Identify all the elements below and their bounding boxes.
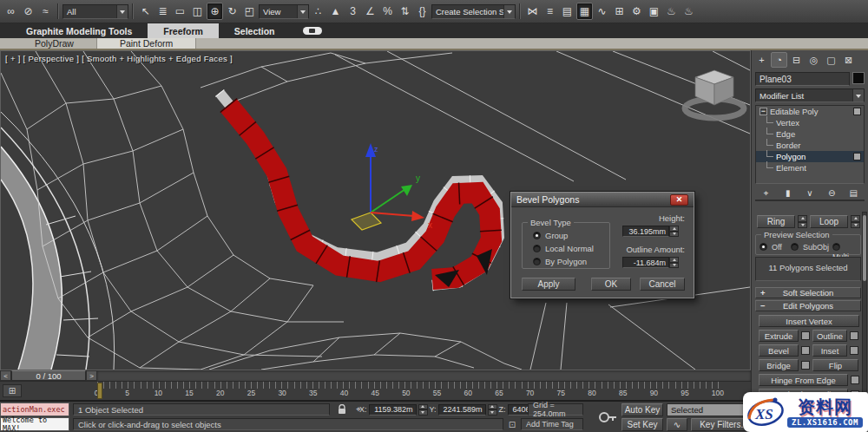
- next-frame-button[interactable]: >: [86, 370, 97, 381]
- inset-settings-icon[interactable]: [850, 346, 858, 355]
- selection-filter-dropdown[interactable]: All: [62, 4, 128, 19]
- snaps-toggle-icon[interactable]: 3: [345, 3, 361, 20]
- set-key-button[interactable]: Set Key: [621, 418, 663, 431]
- time-slider-handle[interactable]: 0 / 100: [11, 370, 86, 381]
- configure-modifier-sets-icon[interactable]: ▤: [846, 187, 861, 200]
- transform-gizmo[interactable]: y x z: [352, 143, 432, 230]
- ribbon-minimize-button[interactable]: [303, 27, 322, 35]
- select-and-link-icon[interactable]: ∞: [3, 3, 19, 20]
- angle-snap-toggle-icon[interactable]: ∠: [362, 3, 378, 20]
- radio-off-option[interactable]: Off: [760, 242, 782, 252]
- radio-group-option[interactable]: Group: [533, 231, 568, 240]
- dialog-title-bar[interactable]: Bevel Polygons ✕: [511, 193, 694, 207]
- tab-freeform[interactable]: Freeform: [148, 23, 219, 38]
- schematic-view-icon[interactable]: ⊞: [611, 3, 628, 20]
- cancel-button[interactable]: Cancel: [640, 278, 685, 291]
- render-setup-icon[interactable]: ⚙: [628, 3, 645, 20]
- set-keys-key-icon[interactable]: [597, 405, 618, 429]
- edit-polygons-rollout[interactable]: −Edit Polygons: [755, 300, 861, 311]
- rendered-frame-window-icon[interactable]: ▣: [646, 3, 662, 20]
- flip-button[interactable]: Flip: [812, 359, 858, 371]
- create-tab-icon[interactable]: +: [753, 52, 770, 68]
- bevel-polygons-dialog[interactable]: Bevel Polygons ✕ Bevel Type Group Local …: [510, 192, 694, 298]
- current-frame-marker[interactable]: [97, 383, 102, 399]
- modify-tab-icon[interactable]: ◔: [771, 52, 787, 68]
- y-coord-field[interactable]: 2241.589m: [438, 404, 486, 416]
- select-object-icon[interactable]: ↖: [137, 3, 154, 20]
- x-coord-field[interactable]: 1159.382m: [369, 404, 417, 416]
- ok-button[interactable]: OK: [591, 278, 631, 291]
- select-and-scale-icon[interactable]: ◰: [241, 3, 258, 20]
- chevron-down-icon[interactable]: [116, 5, 128, 18]
- bind-to-space-warp-icon[interactable]: ≈: [37, 3, 54, 20]
- percent-snap-toggle-icon[interactable]: %: [379, 3, 396, 20]
- visibility-bulb-icon[interactable]: [853, 153, 861, 160]
- tab-selection[interactable]: Selection: [219, 23, 291, 38]
- viewcube[interactable]: [685, 70, 744, 118]
- add-time-tag[interactable]: Add Time Tag: [521, 418, 583, 430]
- pin-stack-icon[interactable]: ⌖: [759, 187, 773, 200]
- spinner-snap-toggle-icon[interactable]: ⇅: [397, 3, 413, 20]
- make-unique-icon[interactable]: ∨: [802, 187, 817, 200]
- motion-tab-icon[interactable]: ◎: [806, 52, 822, 68]
- bridge-settings-icon[interactable]: [801, 361, 810, 370]
- tab-paint-deform[interactable]: Paint Deform: [97, 38, 196, 49]
- modifier-list-dropdown[interactable]: Modifier List: [755, 88, 865, 102]
- radio-subobj-option[interactable]: SubObj: [791, 242, 829, 252]
- object-color-swatch[interactable]: [852, 72, 865, 84]
- ring-button[interactable]: Ring: [757, 215, 795, 228]
- perspective-viewport[interactable]: [ + ] [ Perspective ] [ Smooth + Highlig…: [0, 50, 751, 370]
- edit-named-selection-sets-icon[interactable]: {}: [414, 3, 431, 20]
- window-crossing-icon[interactable]: ◫: [189, 3, 206, 20]
- extrude-button[interactable]: Extrude: [759, 330, 799, 342]
- chevron-down-icon[interactable]: [852, 89, 864, 101]
- remove-modifier-icon[interactable]: ⊖: [825, 187, 839, 200]
- viewport-label[interactable]: [ + ] [ Perspective ] [ Smooth + Highlig…: [5, 54, 233, 63]
- tab-graphite-modeling-tools[interactable]: Graphite Modeling Tools: [10, 23, 148, 38]
- inset-button[interactable]: Inset: [812, 344, 847, 357]
- use-pivot-point-center-icon[interactable]: ∴: [310, 3, 326, 20]
- auto-key-button[interactable]: Auto Key: [621, 403, 663, 416]
- unlink-selection-icon[interactable]: ⊘: [20, 3, 36, 20]
- apply-button[interactable]: Apply: [522, 278, 575, 291]
- hierarchy-tab-icon[interactable]: ⊟: [788, 52, 805, 68]
- loop-button[interactable]: Loop: [810, 215, 848, 228]
- display-tab-icon[interactable]: ▢: [823, 52, 839, 68]
- outline-button[interactable]: Outline: [812, 330, 847, 342]
- manage-layers-icon[interactable]: ▤: [559, 3, 575, 20]
- tab-polydraw[interactable]: PolyDraw: [12, 38, 97, 49]
- render-production-icon[interactable]: ♨: [663, 3, 680, 20]
- hinge-settings-icon[interactable]: [851, 376, 859, 384]
- extrude-settings-icon[interactable]: [801, 331, 810, 340]
- modifier-stack-item[interactable]: Element: [756, 162, 864, 173]
- default-in-out-tangent-icon[interactable]: ∿: [667, 418, 687, 431]
- ring-spinner[interactable]: [798, 215, 807, 228]
- select-and-manipulate-icon[interactable]: ▲: [327, 3, 344, 20]
- utilities-tab-icon[interactable]: ⊠: [840, 52, 857, 68]
- chevron-down-icon[interactable]: [503, 5, 515, 18]
- x-spinner[interactable]: [418, 404, 428, 416]
- soft-selection-rollout[interactable]: +Soft Selection: [755, 287, 861, 298]
- panel-scrollbar-thumb[interactable]: [863, 215, 866, 281]
- select-and-rotate-icon[interactable]: ↻: [224, 3, 240, 20]
- render-iterative-icon[interactable]: ♨: [681, 3, 697, 20]
- insert-vertex-button[interactable]: Insert Vertex: [759, 315, 859, 327]
- track-bar[interactable]: ⊞ 05101520253035404550556065707580859095…: [0, 382, 751, 401]
- visibility-bulb-icon[interactable]: [853, 108, 861, 115]
- outline-amount-spinner[interactable]: -11.684m: [622, 257, 679, 268]
- hinge-from-edge-button[interactable]: Hinge From Edge: [759, 374, 848, 386]
- selection-lock-icon[interactable]: [335, 403, 349, 416]
- y-spinner[interactable]: [488, 404, 497, 416]
- select-and-move-icon[interactable]: ⊕: [207, 3, 223, 20]
- maxscript-listener-line1[interactable]: actionMan.exec: [0, 403, 69, 416]
- rectangular-selection-region-icon[interactable]: ▭: [172, 3, 188, 20]
- align-icon[interactable]: ≡: [542, 3, 558, 20]
- radio-local-normal-option[interactable]: Local Normal: [533, 244, 594, 253]
- mirror-icon[interactable]: ⋈: [524, 3, 541, 20]
- radio-by-polygon-option[interactable]: By Polygon: [533, 257, 587, 266]
- maxscript-listener-line2[interactable]: Welcome to MAX!: [0, 417, 69, 431]
- show-end-result-icon[interactable]: ▮: [780, 187, 795, 200]
- panel-scrollbar[interactable]: [862, 212, 867, 397]
- previous-frame-button[interactable]: <: [0, 370, 11, 381]
- graphite-ribbon-toggle-icon[interactable]: ▦: [576, 3, 593, 20]
